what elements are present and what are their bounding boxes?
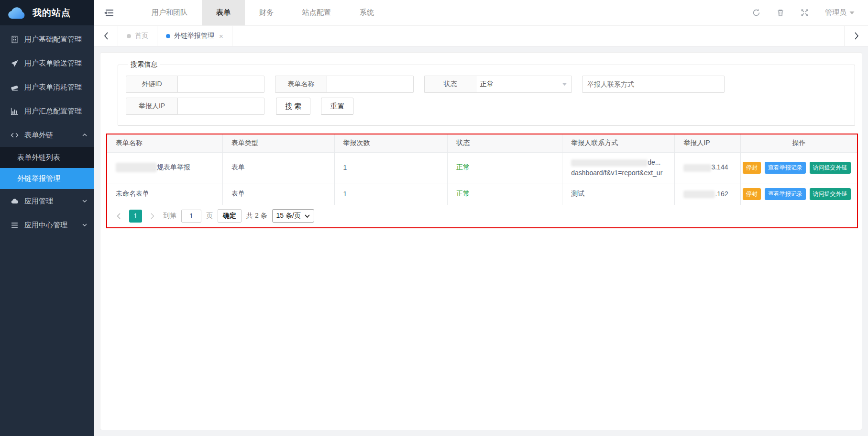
cell-reporter-ip: 3.144 (675, 152, 741, 183)
nav-item-site-config[interactable]: 站点配置 (288, 0, 345, 25)
tab-label: 首页 (135, 32, 148, 40)
nav-item-finance[interactable]: 财务 (245, 0, 288, 25)
status-select[interactable]: 正常 (476, 76, 571, 93)
ban-button[interactable]: 停封 (743, 162, 761, 174)
nav-item-label: 用户和团队 (152, 8, 187, 17)
top-nav: 用户和团队 表单 财务 站点配置 系统 (137, 0, 388, 25)
sidebar-item-label: 表单外链 (24, 131, 76, 140)
sidebar-subitem-extlink-report[interactable]: 外链举报管理 (0, 168, 94, 189)
page-content: 搜索信息 外链ID 表单名称 状态 正常 (94, 46, 868, 436)
search-button[interactable]: 搜 索 (276, 98, 310, 115)
reset-button[interactable]: 重置 (321, 98, 353, 115)
sidebar-item-label: 应用中心管理 (24, 221, 76, 230)
cell-form-type: 表单 (222, 152, 334, 183)
trash-icon[interactable] (777, 9, 784, 17)
cloud-logo-icon (7, 5, 28, 21)
cell-form-name: 规表单举报 (107, 152, 222, 183)
cloud-icon (11, 197, 19, 205)
report-table: 表单名称 表单类型 举报次数 状态 举报人联系方式 举报人IP 操作 (107, 134, 857, 205)
tabs-scroll-right-icon[interactable] (844, 26, 868, 46)
reporter-ip-input[interactable] (177, 98, 264, 115)
nav-item-system[interactable]: 系统 (345, 0, 388, 25)
top-bar: 用户和团队 表单 财务 站点配置 系统 管理员 (94, 0, 868, 25)
col-form-name: 表单名称 (107, 134, 222, 152)
goto-page-input[interactable] (181, 210, 201, 223)
status-label: 状态 (424, 76, 476, 93)
search-panel-title: 搜索信息 (128, 60, 160, 69)
ext-id-input[interactable] (177, 76, 264, 93)
sidebar-item-user-summary[interactable]: 用户汇总配置管理 (0, 99, 94, 123)
view-report-records-button[interactable]: 查看举报记录 (765, 188, 806, 200)
cell-status: 正常 (448, 183, 562, 205)
page-size-select[interactable]: 15 条/页 (272, 209, 314, 223)
form-name-input[interactable] (327, 76, 414, 93)
redacted-text (116, 163, 157, 172)
report-table-zone: 表单名称 表单类型 举报次数 状态 举报人联系方式 举报人IP 操作 (106, 134, 858, 228)
cell-status: 正常 (448, 152, 562, 183)
visit-submit-link-button[interactable]: 访问提交外链 (810, 162, 851, 174)
redacted-text (571, 159, 648, 167)
sidebar-item-form-consume[interactable]: 用户表单消耗管理 (0, 75, 94, 99)
sidebar-item-app-manage[interactable]: 应用管理 (0, 189, 94, 213)
pagination: 1 到第 页 确定 共 2 条 15 条/页 (107, 205, 857, 227)
refresh-icon[interactable] (752, 9, 760, 17)
page-unit-label: 页 (206, 212, 213, 220)
app-root: 我的站点 用户基础配置管理 用户表单赠送管理 用户表单消耗管理 用户汇总配置管理 (0, 0, 868, 436)
sidebar-item-label: 用户基础配置管理 (24, 35, 88, 44)
tabs-scroll-left-icon[interactable] (94, 26, 118, 46)
contact-line-2: dashboard/f&v1=report&ext_ur (571, 168, 670, 178)
sidebar-fold-button[interactable] (94, 0, 123, 25)
sidebar-subitem-label: 外链举报管理 (17, 174, 60, 183)
sidebar-menu: 用户基础配置管理 用户表单赠送管理 用户表单消耗管理 用户汇总配置管理 表单外链… (0, 25, 94, 237)
sidebar-item-label: 用户表单赠送管理 (24, 59, 88, 68)
sidebar-subitem-extlink-list[interactable]: 表单外链列表 (0, 147, 94, 168)
sidebar-item-appcenter-manage[interactable]: 应用中心管理 (0, 213, 94, 237)
nav-item-label: 系统 (360, 8, 374, 17)
admin-menu[interactable]: 管理员 (825, 8, 855, 17)
app-logo: 我的站点 (0, 0, 94, 25)
sidebar-item-form-extlink[interactable]: 表单外链 (0, 123, 94, 147)
building-icon (11, 35, 19, 44)
next-page-icon[interactable] (147, 210, 158, 222)
topbar-actions: 管理员 (752, 8, 868, 17)
search-row-1: 外链ID 表单名称 状态 正常 (126, 76, 850, 93)
visit-submit-link-button[interactable]: 访问提交外链 (810, 188, 851, 200)
cell-actions: 停封 查看举报记录 访问提交外链 (741, 183, 857, 205)
tab-home[interactable]: 首页 (118, 26, 157, 46)
col-form-type: 表单类型 (222, 134, 334, 152)
nav-item-forms[interactable]: 表单 (202, 0, 245, 25)
goto-confirm-button[interactable]: 确定 (218, 209, 242, 223)
reporter-ip-field-group: 举报人IP (126, 98, 264, 115)
search-panel: 搜索信息 外链ID 表单名称 状态 正常 (118, 60, 855, 126)
page-number-button[interactable]: 1 (129, 210, 142, 223)
tab-close-icon[interactable]: × (219, 32, 223, 40)
cell-form-name: 未命名表单 (107, 183, 222, 205)
status-select-value: 正常 (480, 80, 494, 89)
chevron-up-icon (82, 132, 88, 138)
ban-button[interactable]: 停封 (743, 188, 761, 200)
nav-item-users-teams[interactable]: 用户和团队 (137, 0, 202, 25)
col-contact: 举报人联系方式 (562, 134, 675, 152)
prev-page-icon[interactable] (113, 210, 124, 222)
chevron-down-icon (82, 222, 88, 228)
cell-report-count: 1 (334, 183, 448, 205)
fullscreen-icon[interactable] (801, 9, 809, 17)
nav-item-label: 表单 (216, 8, 231, 17)
status-text: 正常 (456, 163, 470, 171)
select-caret-icon (562, 82, 567, 86)
sidebar-item-user-base-config[interactable]: 用户基础配置管理 (0, 27, 94, 51)
status-field-group: 状态 正常 (424, 76, 571, 93)
contact-input[interactable] (582, 76, 725, 93)
view-report-records-button[interactable]: 查看举报记录 (765, 162, 806, 174)
search-row-2: 举报人IP 搜 索 重置 (126, 98, 850, 115)
content-panel: 搜索信息 外链ID 表单名称 状态 正常 (100, 52, 862, 430)
sidebar-item-form-gift[interactable]: 用户表单赠送管理 (0, 51, 94, 75)
sidebar: 我的站点 用户基础配置管理 用户表单赠送管理 用户表单消耗管理 用户汇总配置管理 (0, 0, 94, 436)
tab-extlink-report[interactable]: 外链举报管理 × (157, 26, 232, 46)
ip-text: 3.144 (711, 163, 728, 171)
redacted-text (683, 164, 711, 172)
sidebar-item-label: 应用管理 (24, 197, 76, 206)
caret-down-icon (849, 11, 855, 15)
nav-item-label: 站点配置 (302, 8, 331, 17)
status-text: 正常 (456, 190, 470, 197)
